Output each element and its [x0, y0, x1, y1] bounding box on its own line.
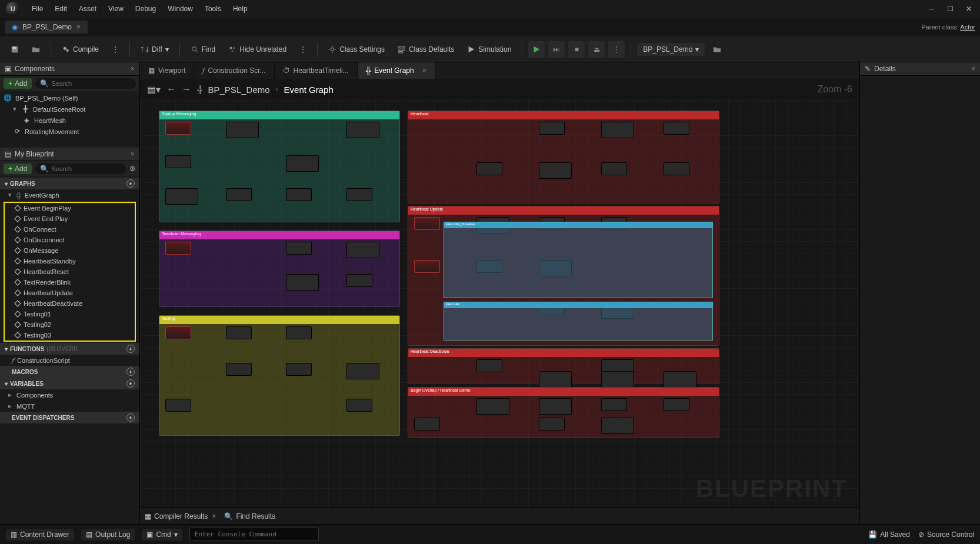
sub-comment-box[interactable]: Field RR_Timeline — [444, 222, 713, 298]
center-tab[interactable]: 𝑓Construction Scr... — [194, 62, 274, 79]
graph-node[interactable] — [226, 122, 259, 138]
graph-node[interactable] — [165, 326, 191, 339]
comment-box[interactable]: Teardown Messaging — [159, 231, 400, 307]
stop-button[interactable]: ■ — [568, 41, 585, 58]
hide-unrelated-options-button[interactable]: ⋮ — [295, 43, 311, 56]
menu-debug[interactable]: Debug — [135, 5, 156, 13]
graph-node[interactable] — [346, 242, 379, 258]
nav-back-button[interactable]: ← — [166, 84, 176, 95]
menu-tools[interactable]: Tools — [205, 5, 221, 13]
graph-node[interactable] — [165, 122, 191, 135]
compile-button[interactable]: Compile — [57, 43, 104, 56]
center-tab[interactable]: ╬Event Graph× — [358, 62, 435, 79]
components-add-button[interactable]: +Add — [4, 78, 32, 89]
graph-node[interactable] — [601, 398, 627, 411]
content-drawer-button[interactable]: ▥Content Drawer — [6, 529, 74, 540]
graph-node[interactable] — [346, 399, 372, 412]
parent-class-link[interactable]: Actor — [960, 24, 975, 31]
event-item[interactable]: Event End Play — [5, 213, 135, 224]
graph-node[interactable] — [226, 363, 252, 376]
menu-asset[interactable]: Asset — [79, 5, 96, 13]
add-variable-button[interactable]: + — [126, 379, 135, 388]
event-graph-canvas[interactable]: BLUEPRINT Startup MessagingTeardown Mess… — [140, 100, 859, 508]
graph-node[interactable] — [346, 188, 372, 201]
breadcrumb-current[interactable]: Event Graph — [284, 85, 334, 95]
graph-node[interactable] — [346, 122, 379, 138]
my-blueprint-close-button[interactable]: × — [131, 150, 135, 158]
graph-node[interactable] — [286, 326, 312, 339]
event-item[interactable]: OnMessage — [5, 245, 135, 256]
menu-window[interactable]: Window — [168, 5, 193, 13]
graph-node[interactable] — [226, 188, 252, 201]
graph-node[interactable] — [346, 363, 379, 379]
window-maximize-button[interactable]: ☐ — [945, 4, 955, 14]
center-tab[interactable]: ⏱HeartbeatTimeli... — [275, 62, 358, 79]
add-macro-button[interactable]: + — [126, 368, 135, 376]
graph-node[interactable] — [286, 363, 312, 376]
center-tab[interactable]: ▦Viewport — [140, 62, 194, 79]
graph-node[interactable] — [165, 188, 198, 205]
functions-section-header[interactable]: ▾FUNCTIONS (20 OVERR + — [0, 343, 139, 355]
menu-help[interactable]: Help — [233, 5, 248, 13]
details-panel-close-button[interactable]: × — [971, 65, 975, 73]
sub-comment-box[interactable]: Field HR — [444, 302, 713, 341]
graph-node[interactable] — [476, 162, 502, 175]
graph-node[interactable] — [664, 371, 696, 388]
event-item[interactable]: HeartbeatReset — [5, 266, 135, 277]
gear-icon[interactable]: ⚙ — [129, 165, 136, 173]
comment-box[interactable]: Heartbeat Deactivate — [408, 348, 719, 383]
graph-node[interactable] — [601, 162, 627, 175]
graph-node[interactable] — [165, 155, 191, 168]
find-results-tab[interactable]: 🔍 Find Results — [224, 512, 275, 520]
menu-file[interactable]: File — [32, 5, 43, 13]
menu-edit[interactable]: Edit — [55, 5, 67, 13]
component-item-self[interactable]: 🌐BP_PSL_Demo (Self) — [0, 92, 139, 104]
hide-unrelated-button[interactable]: Hide Unrelated — [224, 43, 291, 56]
play-options-button[interactable]: ⋮ — [608, 41, 625, 58]
breadcrumb-dropdown-button[interactable]: ▤▾ — [147, 84, 161, 95]
console-command-input[interactable] — [189, 528, 319, 541]
output-log-button[interactable]: ▤Output Log — [81, 529, 135, 540]
event-item[interactable]: HeartbeatStandby — [5, 256, 135, 266]
graph-node[interactable] — [286, 188, 312, 201]
compiler-results-close-button[interactable]: × — [212, 512, 216, 520]
graph-node[interactable] — [414, 260, 440, 273]
graph-node[interactable] — [601, 122, 634, 138]
event-item[interactable]: OnDisconnect — [5, 235, 135, 245]
asset-tab-close-button[interactable]: × — [76, 23, 81, 31]
simulation-button[interactable]: Simulation — [462, 43, 516, 56]
breadcrumb-root[interactable]: BP_PSL_Demo — [208, 85, 270, 95]
my-blueprint-panel-tab[interactable]: ▤ My Blueprint × — [0, 148, 139, 161]
my-blueprint-search-input[interactable] — [51, 165, 121, 172]
component-item-scene-root[interactable]: ▾╋DefaultSceneRoot — [0, 104, 139, 115]
graph-node[interactable] — [346, 274, 372, 287]
construction-script-item[interactable]: 𝑓 ConstructionScript — [0, 355, 139, 366]
graph-node[interactable] — [476, 398, 509, 415]
diff-button[interactable]: Diff ▾ — [136, 43, 174, 56]
graph-node[interactable] — [414, 418, 440, 430]
menu-view[interactable]: View — [108, 5, 124, 13]
components-panel-close-button[interactable]: × — [131, 65, 135, 73]
graph-node[interactable] — [539, 162, 572, 179]
event-dispatchers-section-header[interactable]: EVENT DISPATCHERS + — [0, 412, 139, 423]
class-defaults-button[interactable]: Class Defaults — [393, 43, 459, 56]
my-blueprint-add-button[interactable]: +Add — [4, 163, 32, 174]
graph-node[interactable] — [664, 162, 689, 175]
details-panel-tab[interactable]: ✎ Details × — [860, 62, 980, 76]
comment-box[interactable]: Heartbeat — [408, 111, 719, 203]
debug-object-dropdown[interactable]: BP_PSL_Demo ▾ — [637, 43, 705, 56]
event-item[interactable]: TextRenderBlink — [5, 277, 135, 288]
compiler-results-tab[interactable]: ▦ Compiler Results × — [145, 512, 216, 520]
graph-node[interactable] — [601, 418, 634, 434]
event-item[interactable]: Event BeginPlay — [5, 203, 135, 213]
variable-group-components[interactable]: ▸Components — [0, 389, 139, 401]
find-button[interactable]: Find — [186, 43, 220, 56]
macros-section-header[interactable]: MACROS + — [0, 366, 139, 378]
comment-box[interactable]: Begin Overlap / Heartbeat Demo — [408, 387, 719, 438]
event-item[interactable]: OnConnect — [5, 224, 135, 235]
graph-node[interactable] — [165, 242, 191, 255]
graph-node[interactable] — [286, 242, 312, 255]
graph-node[interactable] — [539, 398, 572, 415]
event-item[interactable]: HeartbeatUpdate — [5, 288, 135, 298]
variable-group-mqtt[interactable]: ▸MQTT — [0, 401, 139, 412]
